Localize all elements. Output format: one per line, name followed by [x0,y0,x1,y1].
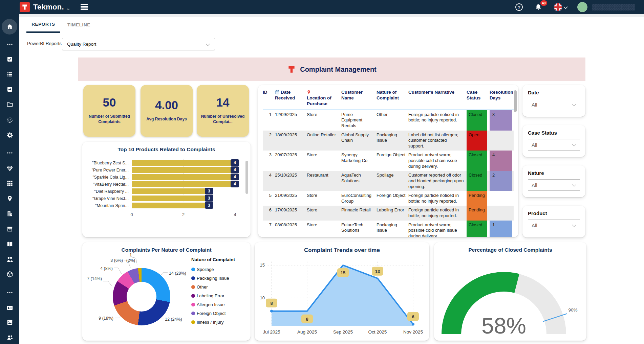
sidebar-item-network-icon[interactable] [0,115,19,125]
table-row[interactable]: 617/09/2025StorePinnacle RetailLabeling … [263,206,514,220]
slicer-value: All [532,142,537,148]
column-header[interactable]: Location of Purchase [307,90,339,107]
column-header[interactable]: ID [263,90,272,107]
sidebar-item-more-icon[interactable] [0,288,19,298]
legend-label: Labeling Error [197,293,224,298]
report-select-value: Quality Report [67,42,96,47]
legend-color-dot [191,312,195,315]
notification-count-badge[interactable]: 40 [540,0,547,6]
tab-timeline[interactable]: TIMELINE [64,17,94,33]
report-select-dropdown[interactable]: Quality Report [62,38,215,50]
table-row[interactable]: 521/09/2025StoreEuroConsulting GroupFore… [263,191,514,206]
table-row[interactable]: 112/09/2025StorePrime Equipment RentalsO… [263,110,514,131]
bar-zone: 3 [132,188,235,195]
slicer-case-status-dropdown[interactable]: All [528,139,580,151]
legend-item[interactable]: Spoilage [191,265,235,274]
sidebar-item-package-icon[interactable] [0,269,19,279]
x-axis-tick: 2 [182,212,185,217]
sidebar-item-company-icon[interactable] [0,209,19,219]
legend-item[interactable]: Allergen Issue [191,300,235,309]
sidebar-item-people-icon[interactable] [0,254,19,265]
table-cell: Foreign Object [377,191,406,206]
sidebar-item-diamond-icon[interactable] [0,163,19,173]
sidebar-item-id-card-icon[interactable] [0,303,19,313]
bar-chart-scrollbar[interactable] [245,161,248,194]
column-header[interactable]: Case Status [467,90,487,107]
table-cell: Store [307,151,339,171]
column-header[interactable]: Customer Name [341,90,374,107]
table-row[interactable]: 708/08/2025StoreFutureTech SolutionsPack… [263,221,514,237]
language-uk-flag-icon[interactable] [553,2,563,12]
sidebar-item-settings-icon[interactable] [0,130,19,140]
bar-value-label: 4 [231,166,239,173]
legend-item[interactable]: Labeling Error [191,291,235,300]
table-scrollbar[interactable] [514,90,517,112]
bar-zone: 4 [132,174,235,181]
svg-text:?: ? [518,5,520,10]
table-cell: 4 [263,171,272,191]
donut-data-label: 3 (6%) [106,258,123,263]
table-cell: Prime Equipment Rentals [341,110,374,131]
sidebar-item-tasks-icon[interactable] [0,54,19,64]
sidebar-item-home-icon[interactable] [0,22,19,32]
sidebar-item-gallery-icon[interactable] [0,317,19,327]
bar-value-label: 3 [205,188,213,194]
bar[interactable] [132,181,235,187]
case-status-cell: Closed [467,110,487,131]
table-row[interactable]: 320/07/2025StoreSynergy Marketing CoFore… [263,151,514,171]
slicer-nature-dropdown[interactable]: All [528,179,580,191]
bar[interactable] [132,160,235,166]
user-avatar[interactable] [577,2,587,12]
legend-item[interactable]: Packaging Issue [191,274,235,282]
x-axis-tick: 0 [130,212,133,217]
table-cell: 20/07/2025 [275,151,304,171]
slicer-product-dropdown[interactable]: All [528,220,580,231]
resolution-days-cell: 3 [490,110,512,131]
legend-item[interactable]: Illness / Injury [191,318,235,326]
table-row[interactable]: 218/09/2025Online RetailerGlobal Supply … [263,131,514,151]
column-header[interactable]: Date Received [275,90,304,107]
sidebar-item-export-icon[interactable] [0,84,19,94]
gauge-chart-plot: 90%58% [434,256,586,340]
table-cell: Foreign particle noticed in bottle; no i… [408,110,464,131]
bar[interactable] [132,188,209,194]
slicer-date-dropdown[interactable]: All [528,99,580,110]
tab-bar: REPORTS TIMELINE [19,17,644,33]
sidebar-item-handbook-icon[interactable] [0,239,19,249]
sidebar-item-archive-icon[interactable] [0,224,19,234]
bar[interactable] [132,203,209,208]
bar[interactable] [132,174,235,180]
donut-data-label: 12 (24%) [165,317,190,322]
table-row[interactable]: 425/10/2025RestaurantAquaTech SolutionsS… [263,171,514,191]
sidebar-item-support-icon[interactable] [0,332,19,343]
case-status-cell: Closed [467,151,487,171]
table-cell: Label did not list allergen; customer co… [408,131,464,151]
column-header[interactable]: Nature of Complaint [377,90,406,107]
donut-data-label: 9 (18%) [93,316,113,321]
table-cell: 7 [263,221,272,237]
help-icon[interactable]: ? [514,2,524,12]
sidebar-item-more-icon[interactable] [0,148,19,158]
sidebar-item-more-icon[interactable] [0,39,19,49]
bar[interactable] [132,196,209,201]
language-chevron-down-icon[interactable] [563,5,568,9]
sidebar-item-apps-icon[interactable] [0,178,19,188]
bar[interactable] [132,167,235,173]
user-name-redacted[interactable] [592,4,635,10]
column-header[interactable]: Customer's Narrative [408,90,464,107]
svg-text:Aug 2025: Aug 2025 [297,329,317,335]
sidebar-item-folder-icon[interactable] [0,99,19,110]
bar-chart-x-axis: 024 [132,212,235,217]
line-chart-plot[interactable]: 15108815136Jul 2025Aug 2025Sep 2025Oct 2… [255,255,429,339]
menu-icon[interactable] [81,4,89,10]
tab-reports[interactable]: REPORTS [26,17,60,33]
tekmon-logo[interactable] [20,2,30,12]
sidebar-item-location-icon[interactable] [0,193,19,204]
legend-item[interactable]: Other [191,282,235,291]
table-cell: 25/10/2025 [275,171,304,191]
kpi-value: 14 [216,96,230,109]
sidebar-item-list-icon[interactable] [0,69,19,79]
bar-value-label: 4 [231,174,239,180]
column-header[interactable]: Resolution Days [490,90,512,107]
legend-item[interactable]: Foreign Object [191,309,235,318]
